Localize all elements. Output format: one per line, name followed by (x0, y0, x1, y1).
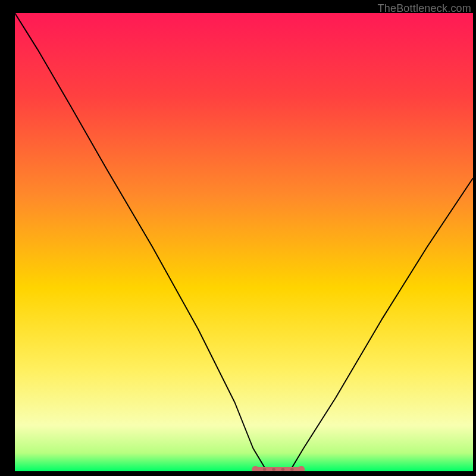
watermark-text: TheBottleneck.com (378, 2, 471, 15)
svg-rect-3 (263, 468, 267, 471)
chart-plot-area (15, 13, 473, 471)
svg-rect-5 (281, 468, 284, 471)
chart-background-gradient (15, 13, 473, 471)
svg-rect-6 (290, 468, 294, 471)
chart-svg (15, 13, 473, 471)
svg-rect-4 (272, 468, 275, 471)
